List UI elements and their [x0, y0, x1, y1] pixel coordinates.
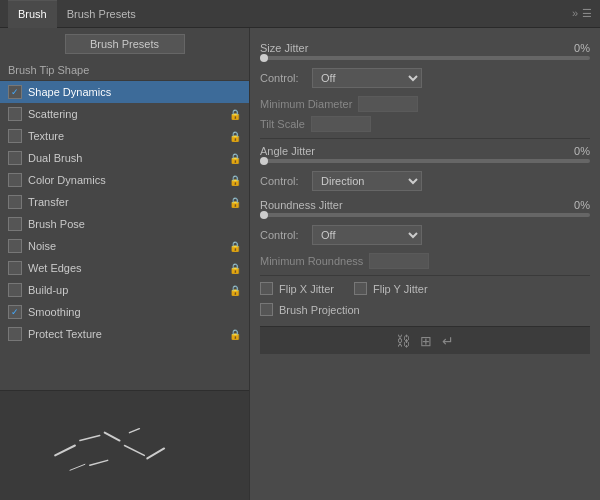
check-build-up [8, 283, 22, 297]
label-brush-pose: Brush Pose [28, 218, 241, 230]
angle-jitter-row: Angle Jitter 0% [260, 145, 590, 157]
expand-icon[interactable]: » [572, 7, 578, 20]
size-jitter-label: Size Jitter [260, 42, 308, 54]
label-transfer: Transfer [28, 196, 229, 208]
check-transfer [8, 195, 22, 209]
min-roundness-label: Minimum Roundness [260, 255, 363, 267]
brush-item-transfer[interactable]: Transfer 🔒 [0, 191, 249, 213]
return-icon[interactable]: ↵ [442, 333, 454, 349]
min-roundness-input[interactable] [369, 253, 429, 269]
brush-item-smoothing[interactable]: ✓ Smoothing [0, 301, 249, 323]
divider1 [260, 138, 590, 139]
lock-color-dynamics-icon: 🔒 [229, 175, 241, 186]
flip-y-checkbox[interactable] [354, 282, 367, 295]
label-build-up: Build-up [28, 284, 229, 296]
control1-row: Control: Off Fade Pen Pressure Pen Tilt [260, 66, 590, 90]
main-layout: Brush Presets Brush Tip Shape ✓ Shape Dy… [0, 28, 600, 500]
label-protect-texture: Protect Texture [28, 328, 229, 340]
brush-preview-area [0, 390, 249, 500]
tilt-scale-input[interactable] [311, 116, 371, 132]
lock-noise-icon: 🔒 [229, 241, 241, 252]
svg-line-2 [105, 433, 120, 441]
label-wet-edges: Wet Edges [28, 262, 229, 274]
svg-line-1 [80, 436, 100, 441]
control1-label: Control: [260, 72, 306, 84]
check-brush-pose [8, 217, 22, 231]
flip-x-checkbox[interactable] [260, 282, 273, 295]
min-diameter-input[interactable] [358, 96, 418, 112]
tab-brush-presets[interactable]: Brush Presets [57, 0, 146, 28]
label-noise: Noise [28, 240, 229, 252]
brush-presets-button[interactable]: Brush Presets [65, 34, 185, 54]
brush-item-shape-dynamics[interactable]: ✓ Shape Dynamics [0, 81, 249, 103]
brush-projection-row: Brush Projection [260, 303, 590, 316]
control3-label: Control: [260, 229, 306, 241]
svg-line-3 [125, 446, 145, 456]
control2-row: Control: Off Direction Pen Pressure [260, 169, 590, 193]
angle-jitter-slider[interactable] [260, 159, 590, 163]
size-jitter-row: Size Jitter 0% [260, 42, 590, 54]
tab-icons: » ☰ [572, 7, 592, 20]
grid-icon[interactable]: ⊞ [420, 333, 432, 349]
min-diameter-label: Minimum Diameter [260, 98, 352, 110]
control2-select[interactable]: Off Direction Pen Pressure [312, 171, 422, 191]
svg-line-6 [129, 429, 139, 433]
check-shape-dynamics: ✓ [8, 85, 22, 99]
brush-item-wet-edges[interactable]: Wet Edges 🔒 [0, 257, 249, 279]
brush-item-color-dynamics[interactable]: Color Dynamics 🔒 [0, 169, 249, 191]
right-panel: Size Jitter 0% Control: Off Fade Pen Pre… [250, 28, 600, 500]
brush-item-texture[interactable]: Texture 🔒 [0, 125, 249, 147]
brush-item-protect-texture[interactable]: Protect Texture 🔒 [0, 323, 249, 345]
label-color-dynamics: Color Dynamics [28, 174, 229, 186]
brush-item-brush-pose[interactable]: Brush Pose [0, 213, 249, 235]
lock-build-up-icon: 🔒 [229, 285, 241, 296]
tilt-scale-label: Tilt Scale [260, 118, 305, 130]
brush-item-noise[interactable]: Noise 🔒 [0, 235, 249, 257]
flip-y-label: Flip Y Jitter [373, 283, 428, 295]
label-scattering: Scattering [28, 108, 229, 120]
flip-x-row: Flip X Jitter [260, 282, 334, 295]
svg-line-4 [147, 448, 164, 458]
label-texture: Texture [28, 130, 229, 142]
control1-select[interactable]: Off Fade Pen Pressure Pen Tilt [312, 68, 422, 88]
tilt-scale-row: Tilt Scale [260, 116, 590, 132]
tab-bar: Brush Brush Presets » ☰ [0, 0, 600, 28]
left-panel: Brush Presets Brush Tip Shape ✓ Shape Dy… [0, 28, 250, 500]
brush-projection-label: Brush Projection [279, 304, 360, 316]
control3-select[interactable]: Off Pen Pressure Direction [312, 225, 422, 245]
label-smoothing: Smoothing [28, 306, 241, 318]
lock-dual-brush-icon: 🔒 [229, 153, 241, 164]
right-bottom-icons: ⛓ ⊞ ↵ [260, 326, 590, 354]
min-roundness-row: Minimum Roundness [260, 253, 590, 269]
link-icon[interactable]: ⛓ [396, 333, 410, 349]
brush-item-scattering[interactable]: Scattering 🔒 [0, 103, 249, 125]
control3-row: Control: Off Pen Pressure Direction [260, 223, 590, 247]
control2-label: Control: [260, 175, 306, 187]
brush-stroke-svg [0, 391, 249, 500]
check-scattering [8, 107, 22, 121]
roundness-jitter-slider[interactable] [260, 213, 590, 217]
lock-transfer-icon: 🔒 [229, 197, 241, 208]
roundness-jitter-row: Roundness Jitter 0% [260, 199, 590, 211]
check-noise [8, 239, 22, 253]
flip-y-row: Flip Y Jitter [354, 282, 428, 295]
panel-bottom-toolbar: ⛓ ⊞ ↵ [260, 326, 590, 354]
min-diameter-row: Minimum Diameter [260, 96, 590, 112]
tab-brush[interactable]: Brush [8, 0, 57, 28]
label-dual-brush: Dual Brush [28, 152, 229, 164]
brush-item-dual-brush[interactable]: Dual Brush 🔒 [0, 147, 249, 169]
brush-projection-checkbox[interactable] [260, 303, 273, 316]
check-color-dynamics [8, 173, 22, 187]
check-dual-brush [8, 151, 22, 165]
menu-icon[interactable]: ☰ [582, 7, 592, 20]
check-protect-texture [8, 327, 22, 341]
lock-scattering-icon: 🔒 [229, 109, 241, 120]
roundness-jitter-label: Roundness Jitter [260, 199, 343, 211]
lock-texture-icon: 🔒 [229, 131, 241, 142]
brush-tip-shape-label: Brush Tip Shape [0, 60, 249, 81]
svg-line-7 [70, 464, 85, 470]
brush-item-build-up[interactable]: Build-up 🔒 [0, 279, 249, 301]
brush-list: ✓ Shape Dynamics Scattering 🔒 Texture 🔒 … [0, 81, 249, 390]
size-jitter-slider[interactable] [260, 56, 590, 60]
divider2 [260, 275, 590, 276]
